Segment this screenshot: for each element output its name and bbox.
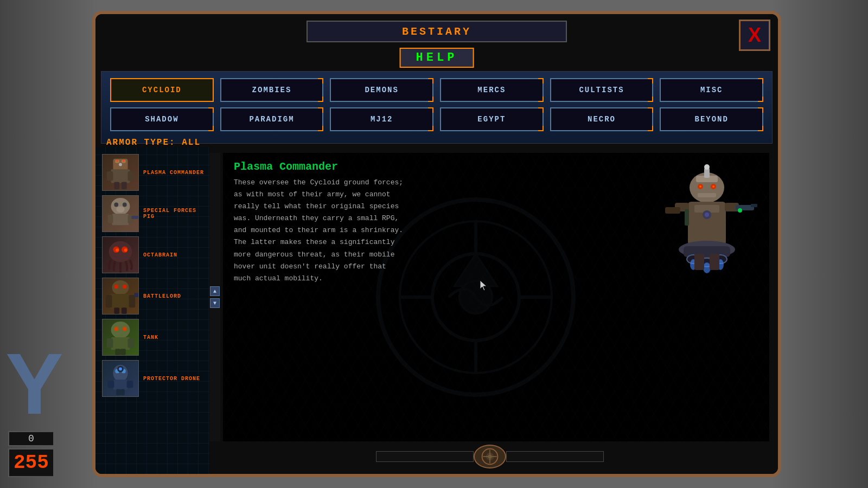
creature-name-drone: PROTECTOR DRONE (143, 376, 200, 382)
svg-rect-69 (665, 207, 680, 214)
scroll-right-track (506, 451, 604, 462)
tab-demons[interactable]: DEMONS (330, 78, 433, 102)
selected-creature-desc: These oversee the Cycloid ground forces;… (234, 177, 650, 285)
creature-thumb-pig (102, 195, 139, 232)
creature-name-pig: SPECIAL FORCES PIG (143, 208, 206, 220)
hud-large-value: 255 (8, 448, 54, 477)
creature-item-pig[interactable]: SPECIAL FORCES PIG (101, 194, 207, 233)
content-area: Plasma Commander These oversee the Cyclo… (223, 153, 769, 441)
svg-rect-49 (116, 389, 120, 395)
bg-right-panel (770, 0, 868, 488)
svg-rect-40 (120, 349, 126, 355)
svg-rect-44 (113, 380, 127, 390)
svg-point-19 (109, 241, 132, 262)
tabs-row-2: SHADOW PARADIGM MJ12 EGYPT NECRO BEYOND (110, 107, 763, 131)
tab-cycloid[interactable]: CYCLOID (110, 78, 214, 102)
svg-rect-83 (694, 254, 704, 270)
svg-point-23 (124, 248, 127, 252)
creature-thumb-battle (102, 278, 139, 314)
svg-rect-30 (134, 293, 138, 297)
tab-zombies[interactable]: ZOMBIES (220, 78, 324, 102)
svg-rect-6 (107, 171, 113, 181)
svg-rect-32 (122, 307, 127, 314)
tab-shadow[interactable]: SHADOW (110, 107, 214, 131)
svg-rect-18 (131, 216, 138, 219)
svg-rect-27 (110, 294, 131, 309)
tab-mercs[interactable]: MERCS (440, 78, 544, 102)
svg-point-26 (123, 285, 127, 289)
hud-small-value: 0 (8, 431, 54, 446)
creature-item-drone[interactable]: PROTECTOR DRONE (101, 359, 207, 398)
svg-point-33 (111, 322, 130, 338)
tab-beyond[interactable]: BEYOND (660, 107, 763, 131)
scroll-up-arrow[interactable]: ▲ (210, 286, 220, 296)
bottom-scroll-area (212, 445, 767, 468)
svg-rect-46 (127, 381, 133, 388)
svg-rect-36 (111, 337, 130, 350)
svg-point-67 (705, 213, 709, 217)
creature-large-image (655, 160, 758, 296)
tab-mj12[interactable]: MJ12 (330, 107, 433, 131)
creature-thumb-octa (102, 236, 139, 273)
creature-item-octabrain[interactable]: OCTABRAIN (101, 235, 207, 274)
hud-bottom-left: 0 255 (8, 431, 54, 477)
scroll-down-arrow[interactable]: ▼ (210, 298, 220, 308)
svg-point-14 (116, 206, 125, 213)
svg-rect-72 (751, 204, 757, 207)
tab-cultists[interactable]: CULTISTS (550, 78, 654, 102)
tab-necro[interactable]: NECRO (550, 107, 654, 131)
svg-point-25 (114, 285, 118, 289)
svg-rect-7 (128, 171, 135, 181)
creature-thumb-tank (102, 319, 139, 356)
svg-rect-28 (106, 295, 112, 307)
creature-item-tank[interactable]: TANK (101, 318, 207, 357)
creature-name-octa: OCTABRAIN (143, 252, 177, 258)
scroll-left-track (376, 451, 474, 462)
svg-point-87 (488, 454, 492, 458)
svg-rect-31 (114, 307, 119, 314)
svg-point-10 (119, 163, 122, 166)
main-window: BESTIARY X HELP CYCLOID ZOMBIES DEMONS M… (92, 11, 781, 477)
svg-rect-9 (122, 182, 127, 189)
svg-rect-29 (129, 295, 136, 307)
creature-name-plasma: PLASMA COMMANDER (143, 170, 204, 176)
creature-thumb-drone (102, 360, 139, 397)
tab-misc[interactable]: MISC (660, 78, 763, 102)
svg-point-22 (116, 248, 119, 252)
tabs-area: CYCLOID ZOMBIES DEMONS MERCS CULTISTS MI… (101, 71, 773, 144)
creature-list: PLASMA COMMANDER (101, 153, 207, 441)
svg-rect-16 (108, 215, 113, 223)
svg-point-73 (738, 208, 742, 213)
window-inner: BESTIARY X HELP CYCLOID ZOMBIES DEMONS M… (95, 14, 778, 474)
selected-creature-title: Plasma Commander (234, 160, 338, 173)
svg-rect-84 (710, 254, 719, 270)
svg-rect-37 (107, 338, 113, 348)
svg-rect-15 (112, 214, 129, 225)
svg-point-4 (123, 160, 125, 162)
svg-rect-45 (108, 381, 114, 388)
svg-rect-5 (111, 169, 130, 183)
game-background: Y 0 255 BESTIARY X HELP CYCLOID (0, 0, 868, 488)
creature-item-battlelord[interactable]: BATTLELORD (101, 277, 207, 316)
svg-rect-38 (128, 338, 135, 348)
svg-rect-50 (120, 389, 125, 395)
creature-thumb-plasma (102, 154, 139, 191)
title-bar: BESTIARY (307, 21, 567, 42)
armor-type-label: ARMOR TYPE: ALL (106, 138, 201, 147)
close-icon: X (748, 24, 761, 47)
scroll-bar-area: ▲ ▼ (209, 153, 220, 441)
close-button[interactable]: X (739, 20, 770, 51)
creature-item-plasma-commander[interactable]: PLASMA COMMANDER (101, 153, 207, 192)
svg-point-35 (123, 327, 127, 331)
svg-rect-8 (114, 182, 119, 189)
tab-paradigm[interactable]: PARADIGM (220, 107, 324, 131)
svg-rect-39 (115, 349, 120, 355)
svg-point-12 (114, 203, 118, 207)
svg-rect-82 (685, 209, 689, 226)
svg-point-3 (116, 160, 118, 162)
scroll-center-icon[interactable] (474, 445, 506, 468)
svg-point-48 (119, 368, 122, 371)
svg-point-58 (704, 164, 710, 170)
tab-egypt[interactable]: EGYPT (440, 107, 544, 131)
svg-point-81 (703, 262, 711, 273)
